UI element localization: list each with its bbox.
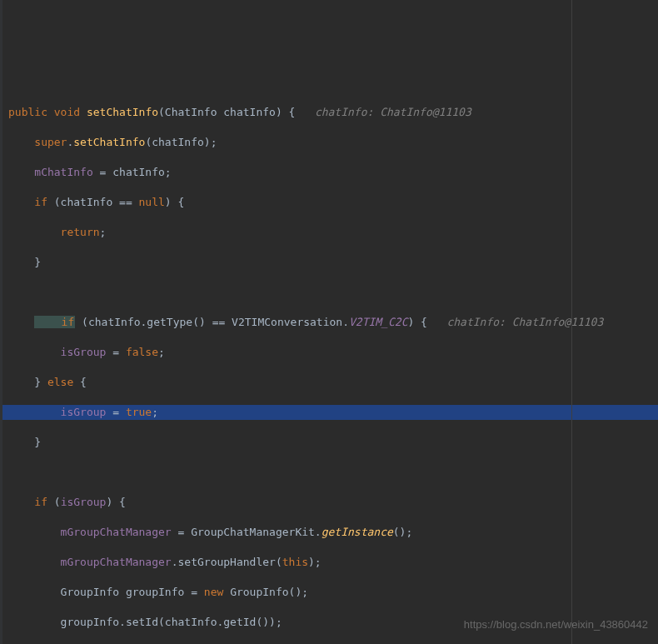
code-line-highlighted[interactable]: isGroup = true; bbox=[2, 405, 658, 420]
keyword: null bbox=[139, 196, 165, 208]
code-line[interactable]: mGroupChatManager = GroupChatManagerKit.… bbox=[0, 525, 658, 540]
code-text: ; bbox=[152, 406, 158, 418]
keyword: return bbox=[8, 226, 100, 238]
code-text: (); bbox=[393, 526, 412, 538]
code-text: } bbox=[8, 436, 41, 448]
code-text: } bbox=[8, 376, 47, 388]
code-line[interactable]: if (chatInfo == null) { bbox=[0, 195, 658, 210]
code-text: .setGroupHandler( bbox=[172, 556, 282, 568]
code-text: groupInfo.setId(chatInfo.getId()); bbox=[8, 616, 282, 628]
keyword: new bbox=[204, 586, 230, 598]
code-line[interactable]: super.setChatInfo(chatInfo); bbox=[0, 135, 658, 150]
code-text: ) { bbox=[106, 496, 125, 508]
method-name: setChatInfo bbox=[73, 136, 145, 148]
keyword: if bbox=[34, 316, 75, 328]
code-text: ; bbox=[158, 346, 165, 358]
code-text: (chatInfo); bbox=[145, 136, 217, 148]
code-text: GroupInfo(); bbox=[230, 586, 308, 598]
code-text: ); bbox=[308, 556, 322, 568]
code-line[interactable]: } bbox=[0, 255, 658, 270]
keyword: this bbox=[282, 556, 308, 568]
code-text: (chatInfo.getType() == V2TIMConversation… bbox=[75, 316, 349, 328]
watermark: https://blog.csdn.net/weixin_43860442 bbox=[464, 617, 648, 632]
right-margin-guide bbox=[571, 0, 572, 644]
keyword: public bbox=[8, 106, 54, 118]
code-text: = bbox=[106, 406, 125, 418]
code-text: GroupInfo groupInfo = bbox=[8, 586, 204, 598]
code-line[interactable] bbox=[0, 465, 658, 480]
code-text: (chatInfo == bbox=[54, 196, 139, 208]
code-text: ) { bbox=[165, 196, 184, 208]
code-line[interactable]: mGroupChatManager.setGroupHandler(this); bbox=[0, 555, 658, 570]
code-line[interactable]: GroupInfo groupInfo = new GroupInfo(); bbox=[0, 585, 658, 600]
keyword: void bbox=[54, 106, 87, 118]
code-text: } bbox=[8, 256, 41, 268]
inline-hint: chatInfo: ChatInfo@11103 bbox=[446, 316, 603, 328]
field: mGroupChatManager bbox=[8, 526, 172, 538]
code-line[interactable]: public void setChatInfo(ChatInfo chatInf… bbox=[0, 105, 658, 120]
keyword: if bbox=[8, 496, 54, 508]
keyword: if bbox=[8, 196, 54, 208]
field: mGroupChatManager bbox=[8, 556, 172, 568]
method-name: setChatInfo bbox=[87, 106, 158, 118]
code-line[interactable] bbox=[0, 285, 658, 300]
code-line[interactable]: isGroup = false; bbox=[0, 345, 658, 360]
code-text: = bbox=[106, 346, 125, 358]
code-text: { bbox=[80, 376, 87, 388]
code-text: (ChatInfo chatInfo) { bbox=[158, 106, 315, 118]
code-line[interactable]: mChatInfo = chatInfo; bbox=[0, 165, 658, 180]
keyword: super bbox=[8, 136, 67, 148]
keyword: true bbox=[126, 406, 152, 418]
code-line[interactable]: return; bbox=[0, 225, 658, 240]
inline-hint: chatInfo: ChatInfo@11103 bbox=[315, 106, 471, 118]
gutter bbox=[0, 0, 2, 644]
field: mChatInfo bbox=[8, 166, 93, 178]
code-line[interactable]: } bbox=[0, 435, 658, 450]
field: isGroup bbox=[61, 496, 107, 508]
code-editor[interactable]: public void setChatInfo(ChatInfo chatInf… bbox=[0, 90, 658, 644]
code-line[interactable]: } else { bbox=[0, 375, 658, 390]
code-line[interactable]: if (isGroup) { bbox=[0, 495, 658, 510]
code-text: = GroupChatManagerKit. bbox=[172, 526, 322, 538]
field: isGroup bbox=[8, 406, 106, 418]
method-name: getInstance bbox=[322, 526, 393, 538]
constant: V2TIM_C2C bbox=[349, 316, 407, 328]
code-text: = chatInfo; bbox=[93, 166, 172, 178]
code-line[interactable]: if (chatInfo.getType() == V2TIMConversat… bbox=[0, 315, 658, 330]
code-text: ) { bbox=[407, 316, 446, 328]
keyword: else bbox=[47, 376, 80, 388]
code-text: ; bbox=[100, 226, 107, 238]
code-text: ( bbox=[54, 496, 61, 508]
field: isGroup bbox=[8, 346, 106, 358]
keyword: false bbox=[126, 346, 158, 358]
